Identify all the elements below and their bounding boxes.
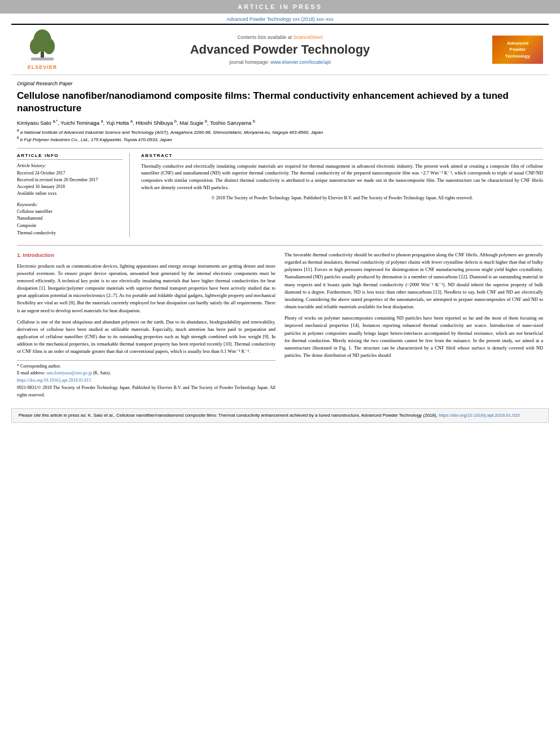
- svg-point-2: [30, 38, 41, 54]
- abstract-column: ABSTRACT Thermally conductive and electr…: [141, 153, 543, 237]
- issn-line: 0921-8831/© 2018 The Society of Powder T…: [17, 385, 275, 399]
- right-column: The favorable thermal conductivity shoul…: [285, 251, 543, 399]
- intro-paragraph-1: Electronic products such as communicatio…: [17, 263, 275, 314]
- citation-doi-link[interactable]: https://doi.org/10.1016/j.apt.2018.01.01…: [439, 413, 520, 418]
- doi-link[interactable]: https://doi.org/10.1016/j.apt.2018.01.01…: [17, 378, 91, 383]
- citation-box: Please cite this article in press as: K.…: [11, 408, 549, 423]
- elsevier-tree-icon: [25, 29, 59, 63]
- accepted-date: Accepted 16 January 2018: [17, 184, 123, 190]
- history-label: Article history:: [17, 163, 123, 168]
- intro-paragraph-3: The favorable thermal conductivity shoul…: [285, 251, 543, 311]
- article-title: Cellulose nanofiber/nanodiamond composit…: [17, 90, 543, 115]
- keyword-composite: Composite: [17, 222, 123, 230]
- article-info-column: ARTICLE INFO Article history: Received 2…: [17, 153, 130, 237]
- journal-header: ELSEVIER Contents lists available at Sci…: [11, 24, 549, 75]
- sciencedirect-link[interactable]: ScienceDirect: [293, 34, 322, 40]
- received-revised-date: Received in revised form 20 December 201…: [17, 177, 123, 184]
- abstract-text: Thermally conductive and electrically in…: [141, 163, 543, 191]
- article-in-press-banner: ARTICLE IN PRESS: [0, 0, 560, 14]
- sciencedirect-line: Contents lists available at ScienceDirec…: [68, 34, 492, 40]
- left-column: 1. Introduction Electronic products such…: [17, 251, 275, 399]
- received-date: Received 24 October 2017: [17, 170, 123, 177]
- journal-homepage-url[interactable]: www.elsevier.com/locate/apt: [270, 59, 331, 65]
- keyword-cellulose: Cellulose nanofiber: [17, 208, 123, 216]
- main-content: 1. Introduction Electronic products such…: [17, 245, 543, 399]
- header-center: Contents lists available at ScienceDirec…: [68, 34, 492, 65]
- svg-point-3: [43, 38, 55, 54]
- article-body: Original Research Paper Cellulose nanofi…: [0, 75, 560, 405]
- journal-logo-box: AdvancedPowderTechnology: [492, 36, 543, 64]
- intro-paragraph-4: Plenty of works on polymer nanocomposite…: [285, 314, 543, 359]
- footnote-section: * Corresponding author. E-mail address: …: [17, 360, 275, 399]
- keywords-label: Keywords:: [17, 202, 123, 207]
- journal-homepage-line: journal homepage: www.elsevier.com/locat…: [68, 59, 492, 65]
- affiliations: a a National Institute of Advanced Indus…: [17, 128, 543, 142]
- elsevier-wordmark: ELSEVIER: [28, 64, 58, 70]
- citation-text: Please cite this article in press as: K.…: [19, 413, 438, 418]
- copyright-text: © 2018 The Society of Powder Technology …: [141, 195, 543, 201]
- doi-line: https://doi.org/10.1016/j.apt.2018.01.01…: [17, 377, 275, 385]
- authors-line: Kimiyasu Sato a,*, Yuichi Tominaga a, Yu…: [17, 119, 543, 126]
- journal-ref-line: Advanced Powder Technology xxx (2018) xx…: [0, 14, 560, 24]
- email-link[interactable]: sato.kimiyasu@aist.go.jp: [46, 370, 92, 375]
- info-abstract-section: ARTICLE INFO Article history: Received 2…: [17, 148, 543, 237]
- intro-paragraph-2: Cellulose is one of the most ubiquitous …: [17, 318, 275, 356]
- abstract-title: ABSTRACT: [141, 153, 543, 160]
- available-online: Available online xxxx: [17, 190, 123, 197]
- email-footnote: E-mail address: sato.kimiyasu@aist.go.jp…: [17, 370, 275, 377]
- elsevier-logo: ELSEVIER: [17, 29, 68, 70]
- svg-rect-4: [31, 58, 54, 60]
- journal-title: Advanced Powder Technology: [68, 42, 492, 57]
- introduction-heading: 1. Introduction: [17, 251, 275, 260]
- article-info-title: ARTICLE INFO: [17, 153, 123, 160]
- article-type-label: Original Research Paper: [17, 81, 543, 86]
- corresponding-author-note: * Corresponding author.: [17, 363, 275, 370]
- keyword-thermal: Thermal conductivity: [17, 230, 123, 237]
- keyword-nanodiamond: Nanodiamond: [17, 215, 123, 222]
